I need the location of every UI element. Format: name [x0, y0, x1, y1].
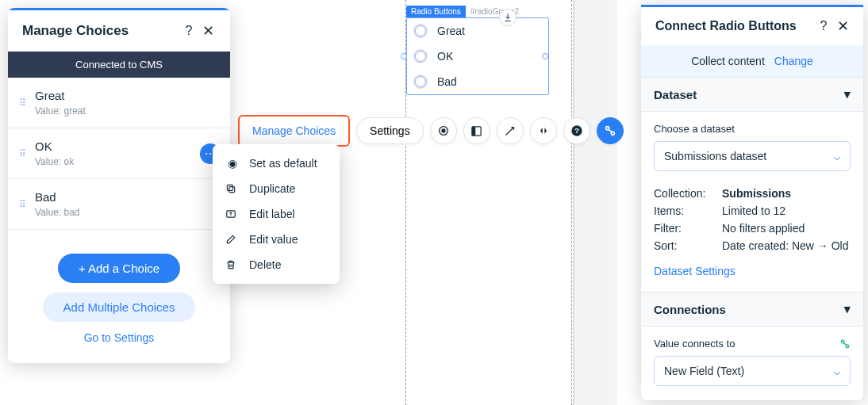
close-icon[interactable]: ✕	[198, 21, 217, 40]
help-icon[interactable]: ?	[179, 21, 198, 40]
guide-line-right	[571, 0, 572, 405]
drag-handle-icon[interactable]: ⠿	[16, 199, 29, 210]
value-connects-label: Value connects to	[654, 338, 735, 350]
choice-label: OK	[35, 139, 200, 153]
collect-content-bar: Collect content Change	[641, 45, 863, 77]
collect-label: Collect content	[691, 55, 765, 67]
radio-option-row[interactable]: OK	[407, 44, 548, 69]
section-title: Dataset	[654, 88, 697, 101]
choice-row[interactable]: ⠿ OK Value: ok ⋯	[8, 128, 230, 179]
dataset-select[interactable]: Submissions dataset ⌵	[654, 141, 851, 171]
help-icon[interactable]: ?	[563, 117, 590, 144]
kv-value: Limited to 12	[722, 204, 785, 217]
drag-handle-icon[interactable]: ⠿	[16, 148, 29, 159]
panel-title: Connect Radio Buttons	[655, 19, 814, 33]
choice-row[interactable]: ⠿ Bad Value: bad	[8, 179, 230, 230]
panel-footer: + Add a Choice Add Multiple Choices Go t…	[8, 230, 230, 363]
svg-text:?: ?	[574, 127, 579, 135]
chevron-down-icon: ⌵	[834, 365, 840, 377]
connect-data-icon[interactable]	[597, 117, 624, 144]
ctx-edit-label[interactable]: Edit label	[213, 201, 340, 227]
ctx-set-default[interactable]: ◉ Set as default	[213, 151, 340, 176]
section-title: Connections	[654, 303, 726, 316]
panel-header: Manage Choices ? ✕	[8, 10, 230, 52]
connections-section-header[interactable]: Connections ▾	[641, 292, 863, 327]
radio-circle-icon	[415, 76, 426, 87]
svg-rect-7	[227, 185, 232, 190]
radio-option-row[interactable]: Bad	[407, 69, 548, 94]
connect-panel: Connect Radio Buttons ? ✕ Collect conten…	[641, 5, 863, 400]
ctx-label: Edit value	[249, 233, 298, 246]
radio-selected-icon: ◉	[225, 157, 240, 170]
dataset-select-value: Submissions dataset	[664, 150, 766, 162]
choice-value: Value: great	[35, 105, 221, 117]
design-icon[interactable]	[430, 117, 457, 144]
radio-option-label: OK	[437, 50, 453, 63]
add-multiple-choices-button[interactable]: Add Multiple Choices	[43, 292, 196, 322]
resize-handle-west[interactable]	[401, 53, 407, 59]
ctx-label: Delete	[249, 258, 281, 271]
kv-key: Sort:	[654, 239, 716, 252]
choice-value: Value: ok	[35, 156, 200, 167]
trash-icon	[225, 259, 240, 270]
radio-circle-icon	[415, 25, 426, 36]
sort-row: Sort: Date created: New → Old	[654, 239, 851, 252]
kv-value: Submissions	[722, 187, 791, 200]
filter-row: Filter: No filters applied	[654, 222, 851, 235]
stretch-icon[interactable]	[530, 117, 557, 144]
kv-value: Date created: New → Old	[722, 239, 849, 252]
cms-status-bar: Connected to CMS	[8, 52, 230, 78]
go-to-settings-link[interactable]: Go to Settings	[84, 331, 155, 344]
field-select-value: New Field (Text)	[664, 365, 744, 377]
pencil-icon	[225, 234, 240, 245]
kv-key: Filter:	[654, 222, 716, 235]
change-link[interactable]: Change	[774, 55, 813, 67]
radio-option-label: Bad	[437, 75, 457, 88]
chevron-down-icon: ▾	[844, 87, 851, 101]
context-menu: ◉ Set as default Duplicate Edit label Ed…	[213, 144, 340, 284]
items-row: Items: Limited to 12	[654, 204, 851, 217]
radio-option-row[interactable]: Great	[407, 18, 548, 44]
choice-row[interactable]: ⠿ Great Value: great	[8, 78, 230, 128]
connection-icon	[839, 338, 851, 350]
ctx-edit-value[interactable]: Edit value	[213, 227, 340, 252]
add-choice-button[interactable]: + Add a Choice	[58, 254, 180, 283]
download-icon[interactable]	[499, 9, 517, 26]
panel-header: Connect Radio Buttons ? ✕	[641, 7, 863, 45]
ctx-delete[interactable]: Delete	[213, 252, 340, 277]
kv-key: Items:	[654, 204, 716, 217]
manage-choices-button[interactable]: Manage Choices	[238, 115, 350, 147]
resize-handle-east[interactable]	[542, 53, 548, 59]
chevron-down-icon: ▾	[844, 302, 851, 316]
chevron-down-icon: ⌵	[834, 150, 840, 162]
widget-type-tag: Radio Buttons	[406, 6, 466, 17]
choice-label: Great	[35, 89, 221, 102]
dataset-settings-link[interactable]: Dataset Settings	[654, 265, 735, 277]
canvas-grey-zone	[573, 0, 617, 405]
ctx-label: Set as default	[249, 157, 317, 170]
close-icon[interactable]: ✕	[833, 17, 852, 36]
field-select[interactable]: New Field (Text) ⌵	[654, 356, 851, 386]
ctx-duplicate[interactable]: Duplicate	[213, 176, 340, 201]
settings-button[interactable]: Settings	[356, 117, 424, 144]
text-icon	[225, 208, 240, 220]
choices-list: ⠿ Great Value: great ⠿ OK Value: ok ⋯ ⠿ …	[8, 78, 230, 230]
help-icon[interactable]: ?	[814, 17, 833, 36]
collection-row: Collection: Submissions	[654, 187, 851, 200]
drag-handle-icon[interactable]: ⠿	[16, 97, 29, 109]
svg-rect-6	[229, 187, 235, 193]
ctx-label: Duplicate	[249, 182, 295, 195]
choice-value: Value: bad	[35, 207, 221, 218]
choose-dataset-label: Choose a dataset	[654, 123, 851, 135]
connections-section-body: Value connects to New Field (Text) ⌵	[641, 327, 863, 400]
dataset-section-body: Choose a dataset Submissions dataset ⌵ C…	[641, 112, 863, 292]
animation-icon[interactable]	[497, 117, 524, 144]
choice-label: Bad	[35, 190, 221, 204]
manage-choices-panel: Manage Choices ? ✕ Connected to CMS ⠿ Gr…	[8, 8, 230, 363]
layout-icon[interactable]	[463, 117, 490, 144]
svg-rect-1	[472, 126, 475, 135]
ctx-label: Edit label	[249, 208, 295, 220]
kv-value: No filters applied	[722, 222, 805, 235]
radio-buttons-widget[interactable]: Radio Buttons #radioGroup2 Great OK Bad	[406, 17, 549, 95]
dataset-section-header[interactable]: Dataset ▾	[641, 77, 863, 112]
